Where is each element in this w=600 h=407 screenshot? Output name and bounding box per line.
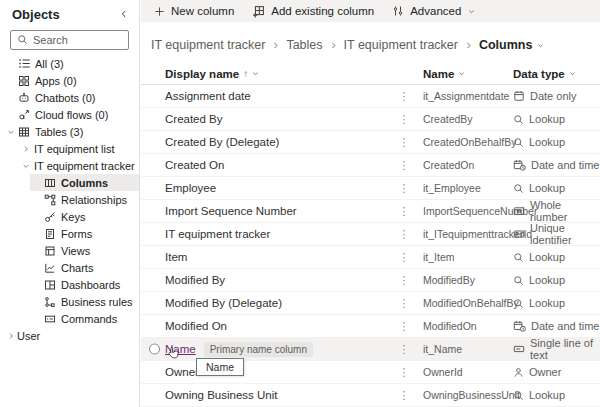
row-commands-button[interactable]: ⋮ [397,200,411,222]
sidebar-item-views[interactable]: Views [0,242,139,259]
table-row[interactable]: Owning Business Unit⋮OwningBusinessUnitL… [141,384,600,407]
sidebar-item-charts[interactable]: Charts [0,259,139,276]
sidebar-item-label: IT equipment list [34,143,115,155]
table-row[interactable]: Modified By⋮ModifiedByLookup [141,269,600,292]
business-rules-icon [43,296,57,308]
display-name-text: Assignment date [165,90,251,102]
sidebar-item-forms[interactable]: Forms [0,225,139,242]
search-input[interactable] [33,34,122,46]
breadcrumb-separator-icon [323,41,344,50]
table-row[interactable]: NamePrimary name column⋮it_NameSingle li… [141,338,600,361]
breadcrumb-item-it-equipment-tracker-0[interactable]: IT equipment tracker [151,38,265,52]
sidebar-item-tables-3[interactable]: Tables (3) [0,123,139,140]
primary-name-link[interactable]: Name [165,343,196,355]
table-icon [17,126,31,138]
sidebar-item-dashboards[interactable]: Dashboards [0,276,139,293]
data-type-label: Lookup [529,389,565,401]
table-header: Display name ↑ Name Data type [141,63,600,85]
sidebar-item-label: All (3) [35,58,64,70]
command-bar: New columnAdd existing columnAdvanced [141,0,600,22]
row-commands-button[interactable]: ⋮ [397,131,411,153]
row-commands-button[interactable]: ⋮ [397,85,411,107]
chevron-down-icon[interactable] [5,128,17,136]
sidebar-item-relationships[interactable]: Relationships [0,191,139,208]
schema-name-cell: it_Employee [423,177,481,199]
table-row[interactable]: Created By (Delegate)⋮CreatedOnBehalfByL… [141,131,600,154]
chevron-down-icon[interactable] [20,162,32,170]
relationships-icon [43,194,57,206]
data-type-label: Whole number [530,199,600,223]
objects-sidebar: Objects All (3)Apps (0)Chatbots (0)Cloud… [0,0,140,407]
breadcrumb-item-columns-3[interactable]: Columns [479,38,532,52]
sidebar-item-it-equipment-tracker[interactable]: IT equipment tracker [0,157,139,174]
chevron-left-icon [119,7,129,22]
row-commands-button[interactable]: ⋮ [397,246,411,268]
sidebar-item-commands[interactable]: Commands [0,310,139,327]
sidebar-item-chatbots-0[interactable]: Chatbots (0) [0,89,139,106]
display-name-cell: Owner [165,361,199,383]
sidebar-item-label: Apps (0) [35,75,77,87]
display-name-text: Modified On [165,320,227,332]
sidebar-item-user[interactable]: User [0,327,139,344]
search-box[interactable] [10,30,129,50]
column-header-data-type[interactable]: Data type [513,63,576,84]
data-type-cell: Single line of text [513,338,600,360]
table-row[interactable]: Assignment date⋮it_AssignmentdateDate on… [141,85,600,108]
chevron-down-icon [252,70,259,77]
table-row[interactable]: Modified By (Delegate)⋮ModifiedOnBehalfB… [141,292,600,315]
sort-ascending-icon: ↑ [243,68,248,79]
display-name-cell: Assignment date [165,85,251,107]
data-type-label: Date and time [531,320,599,332]
table-row[interactable]: Created By⋮CreatedByLookup [141,108,600,131]
row-radio-button[interactable] [149,344,160,355]
breadcrumb-item-it-equipment-tracker-2[interactable]: IT equipment tracker [344,38,458,52]
sidebar-item-cloud-flows-0[interactable]: Cloud flows (0) [0,106,139,123]
sidebar-item-columns[interactable]: Columns [0,174,139,191]
table-row[interactable]: IT equipment tracker⋮it_ITequipmenttrack… [141,223,600,246]
sidebar-item-label: Business rules [61,296,133,308]
row-commands-button[interactable]: ⋮ [397,292,411,314]
sidebar-item-all-3[interactable]: All (3) [0,55,139,72]
sidebar-item-it-equipment-list[interactable]: IT equipment list [0,140,139,157]
add-existing-column-button[interactable]: Add existing column [243,0,383,22]
display-name-text: IT equipment tracker [165,228,270,240]
lookup-icon [513,114,524,125]
schema-name-cell: CreatedBy [423,108,473,130]
table-body: Assignment date⋮it_AssignmentdateDate on… [141,85,600,407]
display-name-cell: Created By (Delegate) [165,131,279,153]
sidebar-item-apps-0[interactable]: Apps (0) [0,72,139,89]
table-row[interactable]: Modified On⋮ModifiedOnDate and time [141,315,600,338]
chevron-right-icon[interactable] [5,332,17,340]
main-content: New columnAdd existing columnAdvanced IT… [141,0,600,407]
lookup-icon [513,137,524,148]
breadcrumb-item-tables-1[interactable]: Tables [286,38,322,52]
chevron-down-icon [458,70,465,77]
row-commands-button[interactable]: ⋮ [397,384,411,406]
table-row[interactable]: Import Sequence Number⋮ImportSequenceNum… [141,200,600,223]
row-commands-button[interactable]: ⋮ [397,269,411,291]
schema-name-cell: OwnerId [423,361,463,383]
table-row[interactable]: Item⋮it_ItemLookup [141,246,600,269]
row-commands-button[interactable]: ⋮ [397,361,411,383]
table-row[interactable]: Created On⋮CreatedOnDate and time [141,154,600,177]
row-commands-button[interactable]: ⋮ [397,338,411,360]
row-commands-button[interactable]: ⋮ [397,315,411,337]
row-commands-button[interactable]: ⋮ [397,108,411,130]
row-commands-button[interactable]: ⋮ [397,154,411,176]
new-column-button[interactable]: New column [145,0,243,22]
advanced-button[interactable]: Advanced [383,0,484,22]
display-name-text: Owning Business Unit [165,389,278,401]
row-commands-button[interactable]: ⋮ [397,177,411,199]
data-type-label: Lookup [529,113,565,125]
column-header-name[interactable]: Name [423,63,465,84]
chevron-right-icon[interactable] [20,145,32,153]
collapse-sidebar-button[interactable] [119,7,129,22]
row-commands-button[interactable]: ⋮ [397,223,411,245]
table-row[interactable]: Employee⋮it_EmployeeLookup [141,177,600,200]
display-name-text: Item [165,251,187,263]
breadcrumb: IT equipment trackerTablesIT equipment t… [151,36,600,54]
schema-name-cell: ModifiedOn [423,315,477,337]
column-header-display-name[interactable]: Display name ↑ [165,63,259,84]
sidebar-item-keys[interactable]: Keys [0,208,139,225]
sidebar-item-business-rules[interactable]: Business rules [0,293,139,310]
